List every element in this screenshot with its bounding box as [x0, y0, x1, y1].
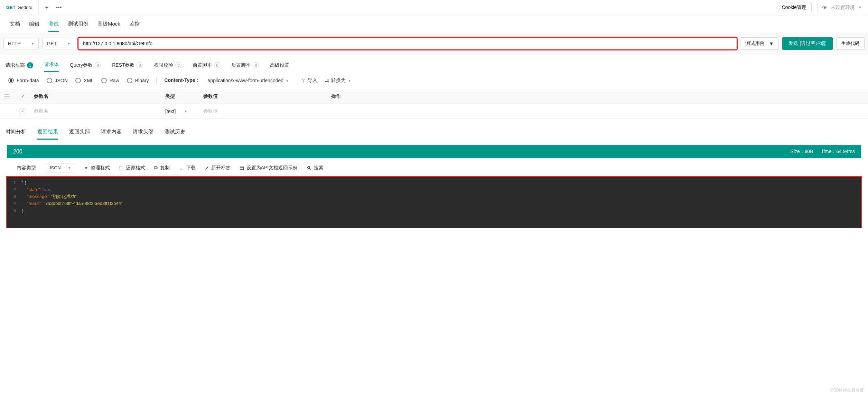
- restore-button[interactable]: ⬚ 还原格式: [119, 165, 145, 171]
- body-type-formdata[interactable]: Form-data: [8, 78, 39, 83]
- param-tab-advanced[interactable]: 高级设置: [270, 62, 289, 72]
- body-type-json[interactable]: JSON: [47, 78, 68, 83]
- chevron-down-icon: ▼: [858, 6, 862, 9]
- convert-label: 转换为: [331, 77, 346, 84]
- import-button[interactable]: ⇪ 导入: [301, 77, 317, 84]
- nav-tab-monitor[interactable]: 监控: [129, 21, 140, 32]
- nav-tab-test[interactable]: 测试: [48, 21, 59, 32]
- protocol-select[interactable]: HTTP ▼: [3, 38, 39, 49]
- body-type-binary[interactable]: Binary: [127, 78, 149, 83]
- response-tab-result[interactable]: 返回结果: [37, 129, 58, 140]
- cookie-manage-button[interactable]: Cookie管理: [777, 2, 812, 13]
- hamburger-icon: [4, 94, 10, 98]
- response-tabs: 时间分析 返回结果 返回头部 请求内容 请求头部 测试历史: [0, 119, 868, 140]
- doc-icon: ▤: [240, 165, 244, 171]
- import-icon: ⇪: [301, 78, 306, 83]
- status-size: Size：90B: [791, 149, 813, 155]
- action-label: 复制: [160, 165, 170, 171]
- action-label: 下载: [186, 165, 196, 171]
- params-table-header: 参数名 类型 参数值 操作: [0, 89, 868, 104]
- testcase-button[interactable]: 测试用例 ▼: [740, 37, 779, 50]
- response-body-code[interactable]: 1▼{ 2 "state": true, 3 "message": "初始化成功…: [7, 177, 861, 228]
- url-input[interactable]: [78, 38, 737, 49]
- col-action-header: 操作: [328, 89, 868, 104]
- search-button[interactable]: 🔍︎ 搜索: [307, 165, 324, 171]
- status-code: 200: [13, 149, 22, 155]
- json-result: "7a3dbbf7-3fff-4da5-88f2-aed8ff1f3b44": [44, 201, 122, 206]
- eye-icon: 👁: [822, 5, 827, 10]
- convert-button[interactable]: ⇄ 转换为 ▼: [325, 77, 351, 84]
- response-tab-history[interactable]: 测试历史: [165, 129, 185, 140]
- response-tab-resheaders[interactable]: 返回头部: [69, 129, 90, 140]
- response-tab-reqbody[interactable]: 请求内容: [101, 129, 122, 140]
- param-tab-prescript[interactable]: 前置脚本 0: [193, 62, 220, 72]
- action-label: 整理格式: [91, 165, 110, 171]
- set-example-button[interactable]: ▤ 设置为API文档返回示例: [240, 165, 298, 171]
- cube-icon: ⬚: [119, 165, 123, 171]
- param-tab-label: 请求体: [44, 62, 59, 68]
- checkbox-icon: [20, 109, 25, 114]
- external-icon: ↗: [205, 165, 209, 171]
- param-tab-label: 高级设置: [270, 62, 289, 68]
- param-tab-label: 权限校验: [154, 62, 173, 68]
- body-type-xml[interactable]: XML: [75, 78, 94, 83]
- chevron-down-icon: ▼: [348, 79, 351, 83]
- params-table-row: 参数名 [text] ▼ 参数值: [0, 104, 868, 119]
- badge-count: 0: [214, 62, 220, 68]
- radio-label: JSON: [55, 78, 68, 83]
- nav-tab-doc[interactable]: 文档: [10, 21, 20, 32]
- action-label: 还原格式: [126, 165, 145, 171]
- method-select[interactable]: GET ▼: [42, 38, 75, 49]
- row-check[interactable]: [14, 104, 31, 118]
- generate-code-button[interactable]: 生成代码: [836, 37, 865, 50]
- param-tab-auth[interactable]: 权限校验 0: [154, 62, 181, 72]
- action-label: 新开标签: [211, 165, 231, 171]
- more-icon[interactable]: •••: [56, 4, 62, 11]
- response-tab-reqheaders[interactable]: 请求头部: [133, 129, 153, 140]
- response-toolbar: 内容类型 JSON ▼ ✦ 整理格式 ⬚ 还原格式 ⧉ 复制 ⭳ 下载 ↗ 新开…: [0, 158, 868, 177]
- param-tab-query[interactable]: Query参数 0: [70, 62, 101, 72]
- nav-tab-edit[interactable]: 编辑: [29, 21, 39, 32]
- action-label: 设置为API文档返回示例: [246, 165, 298, 171]
- new-tab-button[interactable]: ↗ 新开标签: [205, 165, 231, 171]
- content-type-select[interactable]: JSON ▼: [45, 163, 75, 172]
- tab-method: GET: [6, 5, 16, 10]
- param-tab-headers[interactable]: 请求头部 1: [6, 62, 33, 72]
- format-button[interactable]: ✦ 整理格式: [84, 165, 110, 171]
- top-tab-bar: GET GetInfo + ••• Cookie管理 👁 未设置环境 ▼: [0, 0, 868, 15]
- param-type-select[interactable]: [text] ▼: [162, 104, 200, 118]
- add-tab-icon[interactable]: +: [45, 4, 48, 11]
- environment-selector[interactable]: 👁 未设置环境 ▼: [817, 2, 862, 13]
- param-tab-rest[interactable]: REST参数 0: [112, 62, 143, 72]
- response-tab-timing[interactable]: 时间分析: [6, 129, 26, 140]
- badge-count: 0: [95, 62, 101, 68]
- param-tab-body[interactable]: 请求体: [44, 62, 59, 72]
- nav-tab-mock[interactable]: 高级Mock: [97, 21, 120, 32]
- testcase-label: 测试用例: [745, 40, 765, 47]
- row-action: [328, 107, 868, 115]
- top-right: Cookie管理 👁 未设置环境 ▼: [777, 2, 868, 13]
- api-tab[interactable]: GET GetInfo: [0, 0, 39, 15]
- import-label: 导入: [308, 77, 317, 84]
- type-value: [text]: [165, 109, 176, 114]
- send-button[interactable]: 发送 [通过客户端]: [782, 37, 833, 50]
- row-handle[interactable]: [0, 107, 14, 115]
- param-tab-label: 请求头部: [6, 62, 25, 68]
- chevron-down-icon: ▼: [31, 42, 35, 46]
- param-value-input[interactable]: 参数值: [200, 104, 328, 119]
- col-handle[interactable]: [0, 90, 14, 103]
- convert-icon: ⇄: [325, 78, 329, 83]
- nav-tab-testcase[interactable]: 测试用例: [68, 21, 88, 32]
- param-tab-postscript[interactable]: 后置脚本 0: [231, 62, 259, 72]
- download-icon: ⭳: [179, 165, 184, 171]
- chevron-down-icon: ▼: [67, 42, 71, 46]
- download-button[interactable]: ⭳ 下载: [179, 165, 196, 171]
- copy-button[interactable]: ⧉ 复制: [154, 165, 170, 171]
- col-value-header: 参数值: [200, 89, 328, 104]
- chevron-down-icon: ▼: [184, 110, 187, 113]
- checkbox-icon: [20, 94, 25, 99]
- col-check-all[interactable]: [14, 89, 31, 103]
- param-name-input[interactable]: 参数名: [31, 104, 162, 119]
- content-type-select[interactable]: application/x-www-form-urlencoded ▼: [208, 78, 289, 83]
- body-type-raw[interactable]: Raw: [101, 78, 119, 83]
